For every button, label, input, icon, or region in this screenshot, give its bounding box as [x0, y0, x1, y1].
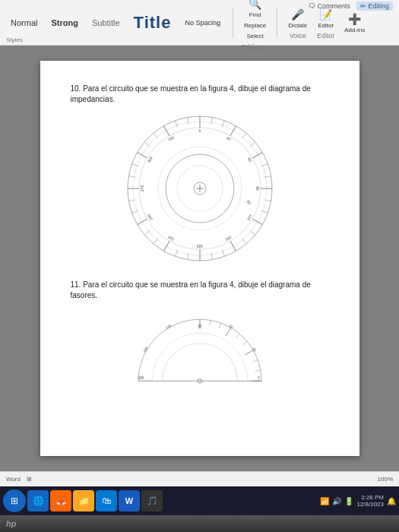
taskbar-icon-firefox[interactable]: 🦊: [50, 490, 71, 511]
question-10: 10. Para el circuito que se muestra en l…: [71, 84, 329, 105]
find-icon: 🔍: [248, 0, 263, 11]
style-strong[interactable]: Strong: [46, 4, 82, 42]
taskbar-icon-word[interactable]: W: [119, 490, 140, 511]
notification-icon[interactable]: 🔔: [387, 497, 396, 505]
status-bar: Word ⊞ 100%: [0, 471, 399, 486]
style-title[interactable]: Title: [129, 4, 176, 42]
style-subtitle[interactable]: Subtitle: [87, 4, 125, 42]
select-button[interactable]: Select: [241, 31, 269, 41]
ribbon-divider-2: [277, 8, 277, 38]
question-11: 11. Para el circuito que se muestra en l…: [71, 280, 329, 301]
ribbon: 🗨 Comments ✏ Editing Normal Strong Subti…: [0, 0, 399, 46]
tray-icon-sound: 🔊: [332, 497, 341, 505]
dictate-icon: 🎤: [290, 7, 306, 22]
dictate-group: 🎤 Dictate Voice: [285, 5, 310, 40]
addins-group: ➕ Add-ins: [341, 10, 368, 35]
zoom-level: 100%: [378, 476, 393, 483]
taskbar-icon-media[interactable]: 🎵: [141, 490, 163, 511]
style-no-spacing[interactable]: No Spacing: [180, 4, 225, 42]
dictate-button[interactable]: 🎤 Dictate: [285, 5, 310, 30]
taskbar-clock: 2:28 PM 12/8/2023: [356, 494, 384, 508]
svg-text:90: 90: [198, 325, 202, 328]
svg-text:180: 180: [138, 376, 144, 380]
word-status: Word: [6, 476, 21, 483]
taskbar-right: 📶 🔊 🔋 2:28 PM 12/8/2023 🔔: [320, 494, 396, 508]
document-area: 10. Para el circuito que se muestra en l…: [0, 46, 399, 471]
editing-button[interactable]: ✏ Editing: [356, 2, 393, 11]
protractor-half-container: 90 180 0 60 30 120 150: [71, 309, 329, 385]
protractor-full-container: 0 60 30 60 90 120 150 180 210 240 270 30…: [71, 112, 329, 264]
document-page[interactable]: 10. Para el circuito que se muestra en l…: [40, 61, 359, 456]
styles-section-label: Styles: [6, 36, 23, 43]
addins-icon: ➕: [347, 11, 363, 27]
hp-logo: hp: [6, 519, 16, 528]
addins-button[interactable]: ➕ Add-ins: [341, 10, 368, 35]
page-indicator-icon: ⊞: [27, 476, 32, 483]
svg-text:0: 0: [198, 128, 201, 133]
find-button[interactable]: 🔍 Find: [241, 0, 269, 20]
tray-icon-battery: 🔋: [344, 497, 353, 505]
svg-text:180: 180: [196, 244, 203, 249]
svg-text:90: 90: [255, 186, 260, 191]
start-button[interactable]: ⊞: [3, 489, 26, 512]
status-left: Word ⊞: [6, 476, 32, 483]
ribbon-divider-1: [233, 8, 233, 38]
taskbar-icon-store[interactable]: 🛍: [96, 490, 117, 511]
comments-button[interactable]: 🗨 Comments: [309, 2, 350, 10]
taskbar-icon-browser[interactable]: 🌐: [27, 490, 49, 511]
style-normal[interactable]: Normal: [6, 4, 42, 42]
tray-icon-network: 📶: [320, 497, 329, 505]
hp-bar: hp: [0, 515, 399, 532]
replace-button[interactable]: Replace: [241, 21, 269, 30]
protractor-half-svg: 90 180 0 60 30 120 150: [131, 312, 268, 385]
taskbar: ⊞ 🌐 🦊 📁 🛍 W 🎵 📶 🔊 🔋 2:28 PM 12/8/2023 🔔: [0, 486, 399, 515]
protractor-full-svg: 0 60 30 60 90 120 150 180 210 240 270 30…: [124, 112, 276, 264]
svg-text:270: 270: [140, 185, 144, 192]
editing-group: 🔍 Find Replace Select Editing: [241, 0, 269, 51]
taskbar-icon-folder[interactable]: 📁: [73, 490, 94, 511]
status-right: 100%: [378, 476, 393, 483]
